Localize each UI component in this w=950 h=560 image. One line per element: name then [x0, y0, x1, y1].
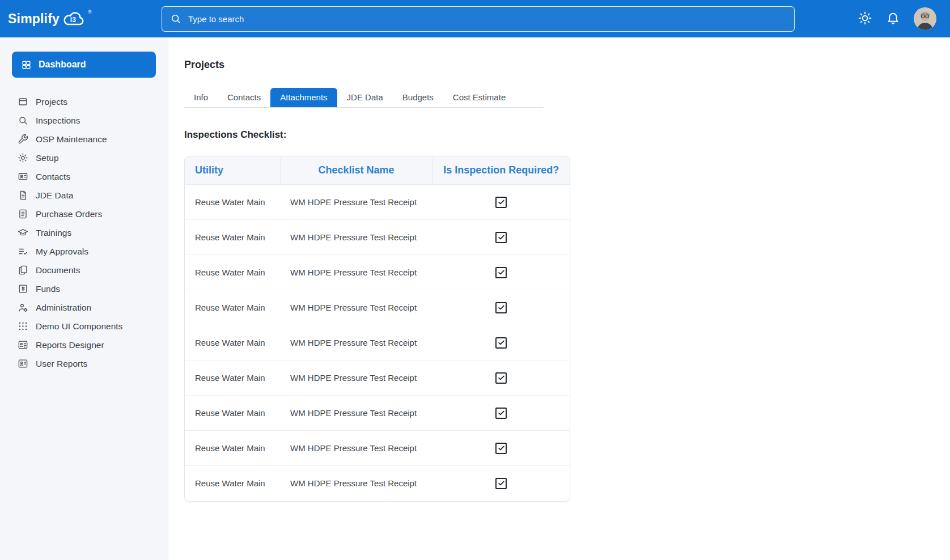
inspection-required-checkbox[interactable] [495, 478, 507, 489]
inspection-required-checkbox[interactable] [495, 267, 507, 278]
utility-cell: Reuse Water Main [185, 466, 280, 501]
sun-icon [858, 11, 872, 27]
table-row: Reuse Water Main WM HDPE Pressure Test R… [185, 325, 570, 360]
sidebar-item-reports-designer[interactable]: Reports Designer [0, 336, 168, 354]
gear-icon [17, 152, 28, 164]
brand-name: Simplify [8, 7, 60, 30]
inspection-required-checkbox[interactable] [495, 197, 507, 208]
global-search [162, 6, 795, 32]
table-row: Reuse Water Main WM HDPE Pressure Test R… [185, 431, 570, 466]
grid-dots-icon [17, 321, 28, 332]
column-header-utility: Utility [185, 156, 280, 185]
reports-designer-icon [17, 340, 28, 351]
sidebar-item-user-reports[interactable]: User Reports [0, 354, 168, 373]
checklist-cell: WM HDPE Pressure Test Receipt [280, 466, 432, 501]
table-row: Reuse Water Main WM HDPE Pressure Test R… [185, 255, 570, 290]
checklist-cell: WM HDPE Pressure Test Receipt [280, 431, 432, 466]
checklist-cell: WM HDPE Pressure Test Receipt [280, 220, 432, 255]
brand-logo: Simplify i3 ® [0, 7, 162, 30]
checklist-cell: WM HDPE Pressure Test Receipt [280, 290, 432, 325]
table-row: Reuse Water Main WM HDPE Pressure Test R… [185, 396, 570, 431]
search-icon [170, 13, 181, 27]
admin-icon [17, 302, 28, 313]
table-row: Reuse Water Main WM HDPE Pressure Test R… [185, 290, 570, 325]
tab-contacts[interactable]: Contacts [218, 88, 270, 107]
column-header-checklist-name: Checklist Name [280, 156, 432, 185]
inspection-required-checkbox[interactable] [495, 337, 507, 349]
utility-cell: Reuse Water Main [185, 185, 280, 220]
dashboard-grid-icon [20, 59, 32, 70]
utility-cell: Reuse Water Main [185, 360, 280, 396]
theme-toggle-button[interactable] [858, 11, 872, 27]
sidebar-nav: Projects Inspections OSP Maintenance Set… [0, 92, 168, 373]
documents-icon [17, 265, 28, 276]
dashboard-label: Dashboard [39, 60, 86, 70]
sidebar-item-contacts[interactable]: Contacts [0, 167, 168, 186]
sidebar: Dashboard Projects Inspections OSP Maint… [0, 37, 168, 560]
sidebar-item-my-approvals[interactable]: My Approvals [0, 242, 168, 261]
utility-cell: Reuse Water Main [185, 220, 280, 255]
tab-info[interactable]: Info [184, 88, 218, 107]
user-reports-icon [17, 358, 28, 370]
sidebar-item-purchase-orders[interactable]: Purchase Orders [0, 205, 168, 223]
inspections-icon [17, 115, 28, 126]
header-actions [858, 7, 950, 30]
funds-icon [17, 283, 28, 295]
registered-mark: ® [88, 9, 92, 15]
cloud-i3-icon: i3 [61, 11, 87, 30]
utility-cell: Reuse Water Main [185, 325, 280, 360]
wrench-icon [17, 134, 28, 145]
utility-cell: Reuse Water Main [185, 255, 280, 290]
tab-bar: Info Contacts Attachments JDE Data Budge… [184, 88, 543, 108]
checklist-cell: WM HDPE Pressure Test Receipt [280, 396, 432, 431]
inspection-required-checkbox[interactable] [495, 232, 507, 243]
tab-budgets[interactable]: Budgets [393, 88, 443, 107]
graduation-cap-icon [17, 227, 28, 239]
tab-jde-data[interactable]: JDE Data [337, 88, 393, 107]
tab-cost-estimate[interactable]: Cost Estimate [443, 88, 515, 107]
contact-card-icon [17, 171, 28, 183]
tab-attachments[interactable]: Attachments [270, 88, 337, 107]
column-header-is-inspection-required: Is Inspection Required? [432, 156, 570, 185]
page-title: Projects [184, 59, 936, 71]
checklist-cell: WM HDPE Pressure Test Receipt [280, 185, 432, 220]
table-row: Reuse Water Main WM HDPE Pressure Test R… [185, 220, 570, 255]
section-title: Inspections Checklist: [184, 129, 936, 141]
svg-text:i3: i3 [70, 16, 76, 24]
inspection-required-checkbox[interactable] [495, 443, 507, 454]
sidebar-item-administration[interactable]: Administration [0, 298, 168, 317]
search-input[interactable] [162, 6, 795, 32]
main-content: Projects Info Contacts Attachments JDE D… [168, 37, 950, 560]
sidebar-item-jde-data[interactable]: JDE Data [0, 186, 168, 205]
sidebar-item-projects[interactable]: Projects [0, 92, 168, 111]
document-data-icon [17, 190, 28, 201]
table-row: Reuse Water Main WM HDPE Pressure Test R… [185, 185, 570, 220]
sidebar-item-funds[interactable]: Funds [0, 279, 168, 298]
sidebar-item-setup[interactable]: Setup [0, 149, 168, 167]
sidebar-item-inspections[interactable]: Inspections [0, 111, 168, 130]
sidebar-item-demo-ui-components[interactable]: Demo UI Components [0, 317, 168, 336]
utility-cell: Reuse Water Main [185, 396, 280, 431]
approvals-icon [17, 246, 28, 257]
table-row: Reuse Water Main WM HDPE Pressure Test R… [185, 466, 570, 501]
top-header: Simplify i3 ® [0, 0, 950, 37]
projects-icon [17, 96, 28, 108]
utility-cell: Reuse Water Main [185, 290, 280, 325]
utility-cell: Reuse Water Main [185, 431, 280, 466]
sidebar-item-documents[interactable]: Documents [0, 261, 168, 279]
app-window: Simplify i3 ® [0, 0, 950, 560]
sidebar-item-dashboard[interactable]: Dashboard [12, 52, 156, 78]
checklist-cell: WM HDPE Pressure Test Receipt [280, 360, 432, 396]
inspection-required-checkbox[interactable] [495, 372, 507, 384]
checklist-cell: WM HDPE Pressure Test Receipt [280, 325, 432, 360]
checklist-cell: WM HDPE Pressure Test Receipt [280, 255, 432, 290]
table-row: Reuse Water Main WM HDPE Pressure Test R… [185, 360, 570, 396]
notifications-button[interactable] [886, 11, 900, 27]
inspection-required-checkbox[interactable] [495, 302, 507, 313]
inspection-required-checkbox[interactable] [495, 408, 507, 419]
sidebar-item-trainings[interactable]: Trainings [0, 223, 168, 242]
sidebar-item-osp-maintenance[interactable]: OSP Maintenance [0, 130, 168, 149]
bell-icon [886, 11, 900, 27]
user-avatar[interactable] [914, 7, 936, 30]
purchase-order-icon [17, 209, 28, 220]
